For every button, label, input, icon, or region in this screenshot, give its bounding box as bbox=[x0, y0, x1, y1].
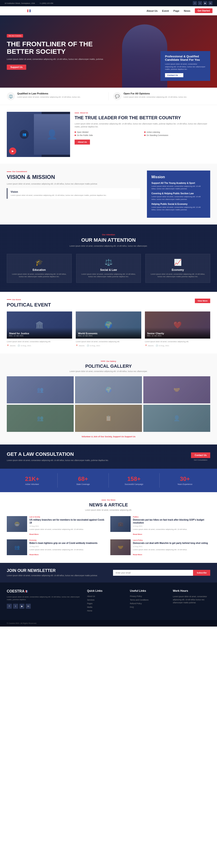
event-meta-1: 📍 Jakarta 🕐 13 Aug, 2021 bbox=[7, 345, 72, 347]
news-link-3[interactable]: Read More bbox=[29, 554, 39, 556]
gallery-item-1: 👥 bbox=[7, 376, 74, 403]
news-meta-1: 12 Aug 2021 bbox=[29, 525, 107, 527]
about-btn[interactable]: About Us bbox=[75, 140, 90, 145]
footer-link-terms[interactable]: Terms and Conditions bbox=[130, 599, 167, 601]
news-meta-3: 12 Aug 2021 bbox=[29, 546, 98, 548]
event-meta-3: 📍 Jakarta 🕐 13 Aug, 2021 bbox=[145, 345, 210, 347]
contact-us-button[interactable]: Contact Us → bbox=[165, 73, 183, 77]
footer-twitter-icon[interactable]: t bbox=[13, 604, 18, 609]
attention-title: OUR MAIN ATTENTION bbox=[7, 237, 210, 243]
nav-event[interactable]: Event bbox=[162, 9, 169, 12]
gallery-item-4: 👥 bbox=[7, 405, 74, 432]
footer-facebook-icon[interactable]: f bbox=[7, 604, 12, 609]
gallery-item-5: 📋 bbox=[75, 405, 142, 432]
event-time-icon: 🕐 13 Aug, 2021 bbox=[18, 345, 31, 347]
event-date-2: Mon, 12 Jan 2021 bbox=[78, 335, 139, 337]
stat-num-3: 158+ bbox=[111, 475, 157, 483]
events-badge: Our Event bbox=[7, 299, 51, 301]
footer-link-media[interactable]: Media bbox=[87, 606, 125, 608]
news-badge: Our News bbox=[7, 499, 210, 501]
gallery-support-link[interactable]: Support Us bbox=[125, 435, 136, 438]
social-icons: f t ▶ in bbox=[193, 1, 213, 5]
footer-youtube-icon[interactable]: ▶ bbox=[20, 604, 24, 609]
about-title: THE TRUE LEADER FOR THE BETTER COUNTRY bbox=[75, 115, 210, 120]
feature-law-title: Qualified in Law Problems bbox=[17, 92, 81, 95]
gallery-support-text: Volunteer & Join of Our Society, Support… bbox=[7, 435, 210, 438]
view-more-button[interactable]: View More bbox=[195, 299, 210, 303]
education-card-text: Lorem ipsum dolor sit amet, consectetur … bbox=[10, 273, 68, 278]
hero-card-text: Lorem ipsum dolor sit amet, consectetur … bbox=[165, 63, 206, 70]
news-link-2[interactable]: Read More bbox=[133, 533, 142, 535]
check-dot-icon bbox=[144, 135, 145, 136]
vision-box: Vision Lorem ipsum dolor sit amet, conse… bbox=[7, 188, 140, 199]
consultation-right: Contact Us Get Consultation bbox=[191, 453, 210, 461]
hero-badge: We Are Coestra bbox=[7, 34, 23, 37]
stat-label-1: Active Volunteer bbox=[9, 483, 55, 485]
check-active-listening: Active Listening bbox=[144, 131, 210, 133]
news-link-4[interactable]: Read More bbox=[133, 554, 142, 556]
get-started-button[interactable]: Get Started bbox=[195, 8, 213, 13]
footer-link-pages[interactable]: Pages bbox=[87, 602, 125, 604]
linkedin-icon[interactable]: in bbox=[209, 1, 213, 5]
news-content-1: Law & Society US military branches set f… bbox=[29, 516, 107, 536]
hero-card: Professional & Qualified Candidate Stand… bbox=[161, 51, 210, 81]
news-text-1: Lorem ipsum dolor sit amet, consectetur … bbox=[29, 528, 107, 531]
hero-title: THE FRONTLINER OF THE BETTER SOCIETY bbox=[7, 40, 119, 55]
about-content: About Us THE TRUE LEADER FOR THE BETTER … bbox=[75, 112, 210, 157]
nav-about[interactable]: About Us bbox=[146, 9, 158, 12]
event-time-icon-2: 🕐 13 Aug, 2021 bbox=[87, 345, 100, 347]
footer-desc: Lorem ipsum dolor sit amet, consectetur … bbox=[7, 596, 82, 601]
footer-link-faq[interactable]: FAQ bbox=[130, 606, 167, 608]
news-card-1: 😷 Law & Society US military branches set… bbox=[7, 516, 107, 536]
newsletter-form: Subscribe bbox=[113, 570, 210, 576]
nav-page[interactable]: Page bbox=[173, 9, 179, 12]
footer-linkedin-icon[interactable]: in bbox=[26, 604, 31, 609]
arrow-icon: → bbox=[179, 74, 181, 76]
play-button[interactable]: ▶ bbox=[9, 148, 16, 155]
vision-box-title: Vision bbox=[10, 190, 137, 193]
feature-law: ⚖️ Qualified in Law Problems Lorem ipsum… bbox=[7, 92, 104, 100]
footer-link-about[interactable]: About Us bbox=[87, 595, 125, 597]
consult-contact-button[interactable]: Contact Us bbox=[191, 453, 210, 458]
youtube-icon[interactable]: ▶ bbox=[203, 1, 207, 5]
stat-label-2: State Coverage bbox=[60, 483, 106, 485]
check-open-minded: Open Minded bbox=[75, 131, 141, 133]
stat-num-1: 21K+ bbox=[9, 475, 55, 483]
newsletter-title: JOIN OUR NEWSLETTER bbox=[7, 568, 104, 573]
facebook-icon[interactable]: f bbox=[193, 1, 197, 5]
stats-section: 21K+ Active Volunteer 68+ State Coverage… bbox=[0, 469, 217, 492]
gallery-item-6: 👤 bbox=[143, 405, 210, 432]
newsletter-subscribe-button[interactable]: Subscribe bbox=[193, 570, 210, 576]
news-link-1[interactable]: Read More bbox=[29, 533, 39, 535]
stat-num-2: 68+ bbox=[60, 475, 106, 483]
footer-work-text: Lorem ipsum dolor sit amet, consectetur … bbox=[173, 595, 210, 604]
education-icon: 🎓 bbox=[10, 259, 68, 266]
nav-news[interactable]: News bbox=[184, 9, 190, 12]
footer-useful-links: Useful Links Privacy Policy Terms and Co… bbox=[130, 589, 167, 613]
footer-link-privacy[interactable]: Privacy Policy bbox=[130, 595, 167, 597]
gallery-grid: 👥 🌍 🤝 👥 📋 👤 bbox=[7, 376, 210, 432]
feature-law-text: Lorem ipsum dolor sit amet, consectetur … bbox=[17, 96, 81, 98]
consultation-title: GET A LAW CONSULTATION bbox=[7, 451, 184, 457]
footer-link-services[interactable]: Services bbox=[87, 599, 125, 601]
event-card-2: 🌍 World Economic Mon, 12 Jan 2021 Lorem … bbox=[76, 311, 141, 347]
law-card-title: Social & Law bbox=[80, 268, 137, 272]
hero-section: We Are Coestra THE FRONTLINER OF THE BET… bbox=[0, 16, 217, 88]
education-card-title: Education bbox=[10, 268, 68, 272]
news-card-4: 🤝 Law & Policy Democrats cut deal with M… bbox=[110, 539, 210, 556]
newsletter-email-input[interactable] bbox=[113, 570, 193, 576]
twitter-icon[interactable]: t bbox=[198, 1, 202, 5]
feature-opinions-title: Open For All Opinions bbox=[124, 92, 187, 95]
news-content-4: Law & Policy Democrats cut deal with Man… bbox=[133, 539, 208, 556]
vision-box-text: Lorem ipsum dolor sit amet, consectetur … bbox=[10, 194, 137, 196]
gallery-text: Lorem ipsum dolor sit amet, consectetur … bbox=[7, 370, 210, 373]
event-name-2: World Economic bbox=[78, 332, 139, 335]
navbar: COESTRA About Us Event Page News Get Sta… bbox=[0, 6, 217, 16]
footer-quick-links-title: Quick Links bbox=[87, 589, 125, 592]
about-img-main: 👤 bbox=[34, 114, 70, 155]
newsletter-text: Lorem ipsum dolor sit amet, consectetur … bbox=[7, 575, 104, 577]
newsletter-section: JOIN OUR NEWSLETTER Lorem ipsum dolor si… bbox=[0, 563, 217, 583]
footer-link-refund[interactable]: Refund Policy bbox=[130, 602, 167, 604]
support-us-button[interactable]: Support Us bbox=[7, 65, 26, 70]
footer-link-home[interactable]: Home bbox=[87, 610, 125, 612]
